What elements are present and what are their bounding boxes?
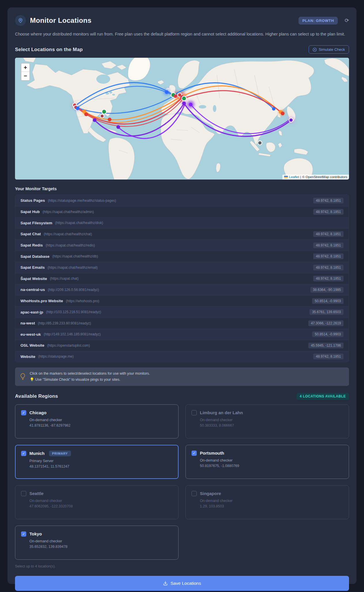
region-checkbox[interactable]: ✓ xyxy=(192,451,197,456)
refresh-icon[interactable]: ⟳ xyxy=(345,17,349,24)
target-url: (http://85.239.233.60:8081/readyz) xyxy=(38,321,91,325)
region-checkbox[interactable]: ✓ xyxy=(21,451,26,456)
region-subtitle: On-demand checker xyxy=(200,418,343,422)
region-card[interactable]: ✓ Chicago On-demand checker 41.8781136, … xyxy=(15,404,179,438)
region-card[interactable]: Singapore On-demand checker 1.29, 103.85… xyxy=(185,485,349,519)
target-coords-badge: 48.9742, 8.1851 xyxy=(313,354,344,359)
target-coords-badge: 48.9742, 8.1851 xyxy=(313,253,344,259)
target-coords-badge: 47.3066, -122.2619 xyxy=(308,320,344,326)
region-coords: 35.652832, 139.839478 xyxy=(29,545,172,549)
target-name: OSL Website xyxy=(20,343,44,348)
region-card[interactable]: ✓ Munich PRIMARY Primary Server 48.13715… xyxy=(15,445,179,479)
target-name: Šapat Website xyxy=(20,277,47,281)
target-row: Šapat Website (https://sapat.chat) 48.97… xyxy=(15,273,349,284)
target-coords-badge: 48.9742, 8.1851 xyxy=(313,209,344,215)
region-name: Limburg an der Lahn xyxy=(200,410,243,415)
region-name: Tokyo xyxy=(29,531,42,536)
target-url: (https://statuspage.me/healthz/status-pa… xyxy=(48,199,116,203)
region-card[interactable]: Limburg an der Lahn On-demand checker 50… xyxy=(185,404,349,438)
target-row: Sapat Chat (https://sapat.chat/healthz/c… xyxy=(15,228,349,240)
region-subtitle: On-demand checker xyxy=(29,499,172,503)
target-url: (https://sapat.chat) xyxy=(50,277,78,281)
target-row: OSL Website (https://openstartuplist.com… xyxy=(15,340,349,351)
region-name: Chicago xyxy=(29,410,46,415)
map-marker[interactable] xyxy=(182,102,186,105)
target-row: Sapat Database (https://sapat.chat/healt… xyxy=(15,251,349,262)
locations-available-badge: 4 LOCATIONS AVAILABLE xyxy=(297,393,349,400)
region-checkbox[interactable] xyxy=(21,491,26,496)
region-card[interactable]: ✓ Tokyo On-demand checker 35.652832, 139… xyxy=(15,526,179,560)
region-checkbox[interactable]: ✓ xyxy=(21,531,26,537)
map-marker[interactable] xyxy=(272,107,275,111)
region-card[interactable]: Seattle On-demand checker 47.6062095, -1… xyxy=(15,485,179,519)
map-marker[interactable] xyxy=(85,113,88,116)
save-locations-button[interactable]: Save Locations xyxy=(15,576,349,591)
lightbulb-icon xyxy=(20,373,26,380)
target-row: Sapat Filesystem (https://sapat.chat/hea… xyxy=(15,217,349,229)
region-coords: 50.383333, 8.066667 xyxy=(200,423,343,427)
map-section-title: Select Locations on the Map xyxy=(15,47,83,53)
target-coords-badge: 48.9742, 8.1851 xyxy=(313,265,344,270)
simulate-check-button[interactable]: Simulate Check xyxy=(309,45,349,54)
map-marker[interactable] xyxy=(189,103,193,107)
region-checkbox[interactable] xyxy=(192,410,197,415)
region-checkbox[interactable]: ✓ xyxy=(21,410,26,415)
region-subtitle: On-demand checker xyxy=(29,418,172,422)
map-attribution: Leaflet | © OpenStreetMap contributors xyxy=(282,175,349,180)
target-coords-badge: 50.8514, -0.9903 xyxy=(312,331,344,337)
target-url: (https://sapat.chat/healthz/redis) xyxy=(46,243,95,247)
map-marker[interactable] xyxy=(289,118,293,122)
target-name: Sapat Filesystem xyxy=(20,221,52,225)
region-card[interactable]: ✓ Portsmouth On-demand checker 50.819767… xyxy=(185,445,349,479)
map-marker[interactable] xyxy=(108,118,112,122)
plan-badge: PLAN: GROWTH xyxy=(299,17,338,25)
regions-heading: Available Regions xyxy=(15,393,58,399)
target-row: Sapat Redis (https://sapat.chat/healthz/… xyxy=(15,240,349,251)
target-name: na-west xyxy=(20,321,35,325)
leaflet-link[interactable]: Leaflet xyxy=(289,175,299,179)
monitor-locations-panel: Monitor Locations PLAN: GROWTH ⟳ Choose … xyxy=(7,8,357,584)
tip-box: Click on the markers to select/deselect … xyxy=(15,367,349,386)
target-row: Sapat Emails (https://sapat.chat/healthz… xyxy=(15,262,349,273)
world-map[interactable]: + − Leaflet | © OpenStreetMap contributo… xyxy=(15,58,349,180)
map-marker[interactable] xyxy=(165,90,169,94)
region-name: Munich xyxy=(29,451,45,456)
map-zoom-control: + − xyxy=(21,63,30,81)
target-name: apac-east-jp xyxy=(20,310,43,314)
header: Monitor Locations PLAN: GROWTH ⟳ xyxy=(15,15,349,26)
region-checkbox[interactable] xyxy=(192,491,197,496)
regions-grid: ✓ Chicago On-demand checker 41.8781136, … xyxy=(15,404,349,560)
region-coords: 48.1371541, 11.5761247 xyxy=(29,464,172,468)
zoom-out-button[interactable]: − xyxy=(21,72,29,80)
location-pin-icon xyxy=(15,15,26,26)
region-subtitle: On-demand checker xyxy=(29,539,172,543)
map-marker[interactable] xyxy=(258,141,262,145)
target-row: Sapat Hub (https://sapat.chat/healthz/ad… xyxy=(15,206,349,217)
region-coords: 1.29, 103.8503 xyxy=(200,504,343,508)
page-title: Monitor Locations xyxy=(30,16,91,25)
target-coords-badge: 35.6761, 139.6503 xyxy=(309,309,344,315)
map-marker[interactable] xyxy=(117,125,120,129)
target-row: na-central-us (http://209.126.0.56:8081/… xyxy=(15,284,349,295)
map-marker[interactable] xyxy=(100,114,104,118)
map-marker[interactable] xyxy=(102,109,106,114)
zoom-in-button[interactable]: + xyxy=(21,64,29,72)
map-marker[interactable] xyxy=(182,96,186,101)
targets-heading: Your Monitor Targets xyxy=(15,186,349,191)
target-coords-badge: 48.9742, 8.1851 xyxy=(313,231,344,237)
region-name: Singapore xyxy=(200,491,221,496)
target-url: (https://sapat.chat/healthz/admin) xyxy=(43,210,94,214)
map-marker[interactable] xyxy=(281,112,285,115)
map-marker[interactable] xyxy=(174,94,177,98)
target-url: (https://sapat.chat/healthz/disk) xyxy=(55,221,103,225)
osm-attribution[interactable]: © OpenStreetMap contributors xyxy=(302,175,347,179)
map-marker[interactable] xyxy=(76,107,80,110)
page-description: Choose where your distributed monitors w… xyxy=(15,31,349,38)
target-name: Sapat Database xyxy=(20,254,50,259)
target-row: apac-east-jp (http://103.125.216.51:8081… xyxy=(15,306,349,318)
target-name: WhoHosts.pro Website xyxy=(20,299,63,303)
target-url: (https://statuspage.me) xyxy=(38,354,74,358)
target-name: Sapat Emails xyxy=(20,265,45,270)
tip-line-1: Click on the markers to select/deselect … xyxy=(30,371,150,377)
map-marker[interactable] xyxy=(93,118,97,122)
